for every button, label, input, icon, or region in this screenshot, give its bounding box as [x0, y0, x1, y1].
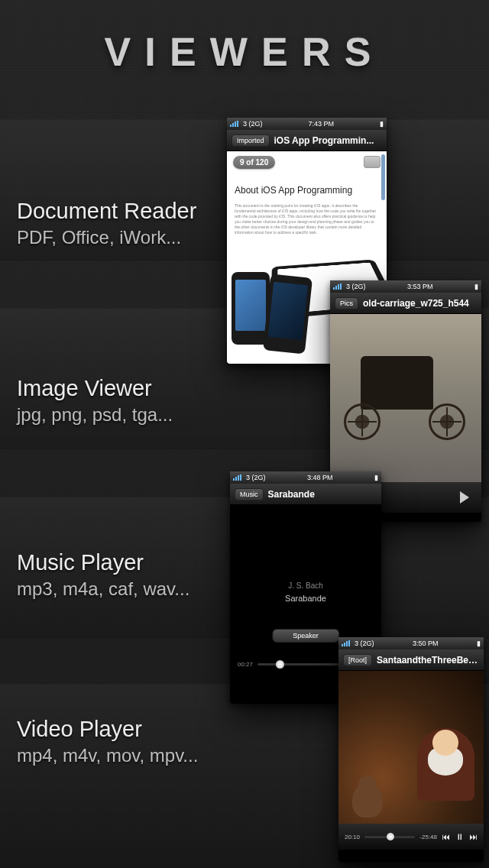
nav-title: SantaandtheThreeBear... [377, 655, 479, 666]
elapsed-time: 20:10 [345, 834, 360, 840]
carrier-label: 3 (2G) [355, 640, 374, 647]
scrollbar[interactable] [381, 154, 385, 200]
nav-bar: Music Sarabande [230, 484, 381, 505]
battery-icon: ▮ [374, 474, 378, 481]
carrier-label: 3 (2G) [346, 283, 366, 290]
section-label-img: Image Viewer jpg, png, psd, tga... [17, 376, 173, 426]
svg-rect-1 [232, 123, 234, 127]
section-label-video: Video Player mp4, m4v, mov, mpv... [17, 717, 198, 766]
nav-bar: [Root] SantaandtheThreeBear... [338, 649, 484, 671]
signal-icon [342, 640, 352, 646]
svg-rect-4 [333, 287, 335, 290]
status-bar: 3 (2G) 3:48 PM ▮ [230, 471, 381, 484]
carriage-illustration [338, 356, 471, 440]
status-bar: 3 (2G) 7:43 PM ▮ [227, 118, 387, 130]
back-button[interactable]: Music [235, 488, 264, 500]
carrier-label: 3 (2G) [243, 120, 263, 128]
prev-icon[interactable]: ⏮ [442, 832, 450, 841]
artist-label: J. S. Bach [230, 581, 381, 590]
bear-figure [352, 783, 383, 818]
battery-icon: ▮ [474, 283, 478, 290]
nav-title: iOS App Programmin... [274, 135, 382, 146]
pause-icon[interactable]: ⏸ [455, 832, 464, 841]
back-button[interactable]: Imported [232, 134, 270, 147]
video-toolbar: 20:10 -25:48 ⏮ ⏸ ⏭ [338, 824, 484, 850]
svg-rect-2 [235, 121, 236, 127]
clock: 3:50 PM [413, 640, 439, 647]
play-icon[interactable] [460, 491, 469, 504]
svg-rect-3 [237, 121, 238, 127]
svg-rect-10 [238, 475, 239, 481]
status-bar: 3 (2G) 3:53 PM ▮ [330, 280, 481, 293]
nav-title: Sarabande [268, 489, 377, 500]
book-icon[interactable] [364, 156, 381, 168]
nav-bar: Imported iOS App Programmin... [227, 130, 387, 151]
section-subtitle: PDF, Office, iWork... [17, 227, 196, 248]
back-button[interactable]: Pics [335, 297, 358, 309]
svg-rect-13 [344, 643, 345, 646]
nav-bar: Pics old-carriage_w725_h544 [330, 293, 481, 314]
svg-rect-14 [346, 641, 348, 646]
section-subtitle: mp3, m4a, caf, wav... [17, 578, 189, 600]
clock: 7:43 PM [308, 120, 334, 128]
signal-icon [333, 283, 344, 290]
video-canvas[interactable] [338, 671, 484, 824]
clock: 3:48 PM [307, 474, 333, 481]
section-subtitle: jpg, png, psd, tga... [17, 404, 173, 426]
carrier-label: 3 (2G) [246, 474, 266, 481]
svg-rect-5 [335, 286, 337, 290]
speaker-button[interactable]: Speaker [272, 629, 339, 643]
elapsed-time: 00:27 [238, 661, 253, 668]
svg-rect-15 [348, 640, 350, 646]
document-paragraph: This document is the starting point for … [235, 203, 379, 235]
track-label: Sarabande [230, 594, 381, 603]
clock: 3:53 PM [407, 283, 433, 290]
svg-rect-9 [235, 477, 237, 481]
signal-icon [233, 474, 244, 481]
section-label-music: Music Player mp3, m4a, caf, wav... [17, 550, 189, 600]
section-title: Video Player [17, 717, 198, 742]
section-subtitle: mp4, m4v, mov, mpv... [17, 745, 198, 766]
next-icon[interactable]: ⏭ [469, 832, 478, 841]
nav-title: old-carriage_w725_h544 [363, 298, 477, 309]
svg-rect-11 [240, 474, 241, 481]
status-bar: 3 (2G) 3:50 PM ▮ [338, 637, 484, 649]
battery-icon: ▮ [380, 120, 384, 128]
section-title: Music Player [17, 550, 189, 575]
back-button[interactable]: [Root] [343, 654, 372, 666]
screenshot-video-player: 3 (2G) 3:50 PM ▮ [Root] SantaandtheThree… [338, 637, 484, 862]
document-heading: About iOS App Programming [235, 185, 379, 196]
remaining-time: -25:48 [419, 834, 437, 840]
page-badge: 9 of 120 [233, 156, 275, 169]
svg-rect-8 [233, 478, 235, 481]
santa-figure [417, 728, 474, 801]
scrubber-thumb[interactable] [276, 660, 284, 669]
svg-rect-7 [340, 283, 342, 290]
playback-controls: ⏮ ⏸ ⏭ [442, 832, 478, 841]
svg-rect-6 [338, 284, 339, 290]
svg-rect-12 [342, 644, 343, 646]
video-frame [338, 671, 484, 824]
iphone-graphic [263, 274, 313, 354]
svg-rect-0 [230, 125, 232, 127]
image-canvas[interactable] [330, 314, 481, 482]
scrubber-track[interactable] [364, 836, 415, 838]
page-title: Viewers [0, 29, 489, 75]
section-title: Image Viewer [17, 376, 173, 401]
section-title: Document Reader [17, 199, 196, 224]
scrubber-thumb[interactable] [387, 833, 394, 840]
signal-icon [230, 121, 241, 127]
section-label-doc: Document Reader PDF, Office, iWork... [17, 199, 196, 248]
battery-icon: ▮ [477, 640, 481, 647]
